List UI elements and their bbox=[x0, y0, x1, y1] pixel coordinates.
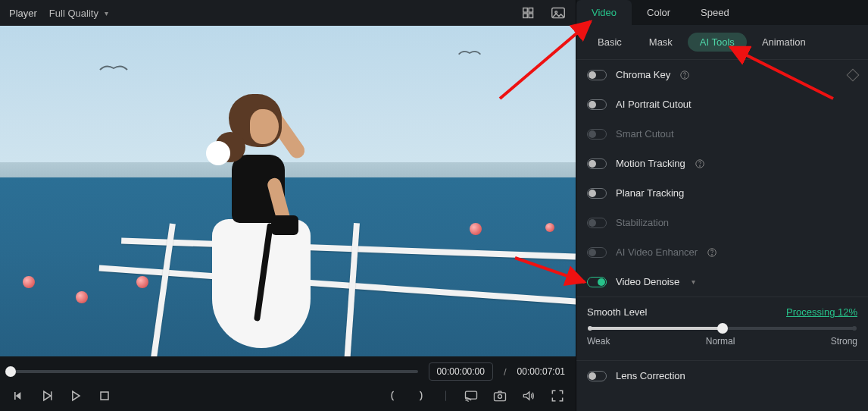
toggle-ai-portrait-cutout[interactable] bbox=[587, 99, 607, 110]
svg-rect-1 bbox=[529, 8, 533, 12]
tool-video-denoise[interactable]: Video Denoise ▾ bbox=[576, 267, 868, 296]
label-ai-portrait-cutout: AI Portrait Cutout bbox=[616, 99, 692, 110]
svg-rect-7 bbox=[445, 391, 446, 400]
player-title: Player bbox=[9, 8, 37, 19]
help-icon[interactable] bbox=[679, 70, 690, 80]
time-current[interactable]: 00:00:00:00 bbox=[429, 362, 493, 381]
prev-frame-icon[interactable] bbox=[11, 388, 26, 403]
svg-point-10 bbox=[498, 394, 502, 398]
tool-stabilization: Stabilization bbox=[576, 208, 868, 237]
player-panel: Player Full Quality ▾ bbox=[0, 0, 576, 411]
snapshot-icon[interactable] bbox=[492, 388, 507, 403]
smooth-strong: Strong bbox=[831, 336, 857, 347]
svg-rect-9 bbox=[495, 393, 506, 401]
smooth-label: Smooth Level bbox=[587, 306, 648, 318]
label-stabilization: Stabilization bbox=[616, 217, 669, 228]
smooth-weak: Weak bbox=[587, 336, 610, 347]
bird-icon bbox=[98, 64, 129, 73]
inspector-top-tabs: Video Color Speed bbox=[576, 0, 868, 25]
tool-motion-tracking[interactable]: Motion Tracking bbox=[576, 149, 868, 178]
tab-video[interactable]: Video bbox=[576, 0, 632, 25]
image-icon[interactable] bbox=[550, 5, 567, 21]
toggle-stabilization bbox=[587, 218, 607, 228]
keyframe-icon[interactable] bbox=[847, 68, 860, 81]
chevron-down-icon[interactable]: ▾ bbox=[692, 278, 695, 286]
subtab-mask[interactable]: Mask bbox=[637, 33, 685, 52]
ai-tools-list: Chroma Key AI Portrait Cutout Smart Cuto… bbox=[576, 60, 868, 411]
chevron-down-icon: ▾ bbox=[105, 9, 108, 17]
tool-planar-tracking[interactable]: Planar Tracking bbox=[576, 178, 868, 208]
label-smart-cutout: Smart Cutout bbox=[616, 128, 674, 140]
time-total: 00:00:07:01 bbox=[517, 366, 565, 377]
toggle-lens-correction[interactable] bbox=[587, 371, 607, 381]
volume-icon[interactable] bbox=[521, 388, 536, 403]
time-separator: / bbox=[504, 366, 507, 378]
label-ai-video-enhancer: AI Video Enhancer bbox=[616, 246, 698, 258]
inspector-sub-tabs: Basic Mask AI Tools Animation bbox=[576, 25, 868, 60]
help-icon bbox=[707, 247, 717, 258]
progress-knob[interactable] bbox=[5, 366, 16, 377]
toggle-motion-tracking[interactable] bbox=[587, 158, 607, 169]
tool-chroma-key[interactable]: Chroma Key bbox=[576, 60, 868, 89]
smooth-slider[interactable] bbox=[590, 327, 854, 330]
tool-ai-video-enhancer: AI Video Enhancer bbox=[576, 237, 868, 267]
svg-point-16 bbox=[712, 254, 713, 255]
mark-out-icon[interactable] bbox=[414, 388, 429, 403]
svg-rect-3 bbox=[529, 14, 533, 17]
label-video-denoise: Video Denoise bbox=[616, 276, 679, 287]
tab-speed[interactable]: Speed bbox=[685, 0, 745, 25]
help-icon[interactable] bbox=[695, 158, 705, 169]
label-planar-tracking: Planar Tracking bbox=[616, 187, 684, 199]
toggle-planar-tracking[interactable] bbox=[587, 188, 607, 199]
player-controls: 00:00:00:00 / 00:00:07:01 bbox=[0, 356, 576, 411]
tool-lens-correction[interactable]: Lens Correction bbox=[576, 360, 868, 391]
quality-dropdown[interactable]: Full Quality ▾ bbox=[49, 8, 108, 19]
processing-link[interactable]: Processing 12% bbox=[786, 306, 857, 318]
smooth-level-block: Smooth Level Processing 12% Weak Normal … bbox=[576, 296, 868, 360]
inspector-panel: Video Color Speed Basic Mask AI Tools An… bbox=[576, 0, 868, 411]
subtab-animation[interactable]: Animation bbox=[750, 33, 818, 52]
fullscreen-icon[interactable] bbox=[550, 388, 565, 403]
subtab-ai-tools[interactable]: AI Tools bbox=[688, 33, 747, 52]
toggle-ai-video-enhancer bbox=[587, 247, 607, 258]
toggle-chroma-key[interactable] bbox=[587, 70, 607, 80]
video-preview[interactable] bbox=[0, 26, 576, 356]
svg-point-14 bbox=[699, 165, 700, 166]
play-icon[interactable] bbox=[68, 388, 83, 403]
compare-grid-icon[interactable] bbox=[521, 5, 538, 21]
cast-icon[interactable] bbox=[464, 388, 479, 403]
stop-icon[interactable] bbox=[97, 388, 112, 403]
smooth-slider-knob[interactable] bbox=[717, 323, 728, 334]
subtab-basic[interactable]: Basic bbox=[585, 33, 634, 52]
svg-rect-2 bbox=[523, 14, 528, 17]
label-lens-correction: Lens Correction bbox=[616, 370, 685, 381]
svg-point-12 bbox=[685, 77, 685, 77]
svg-rect-0 bbox=[523, 8, 528, 12]
quality-label: Full Quality bbox=[49, 8, 98, 19]
progress-slider[interactable] bbox=[11, 370, 418, 373]
tool-ai-portrait-cutout[interactable]: AI Portrait Cutout bbox=[576, 89, 868, 119]
toggle-smart-cutout bbox=[587, 129, 607, 140]
tool-smart-cutout: Smart Cutout bbox=[576, 119, 868, 149]
svg-rect-6 bbox=[101, 392, 108, 400]
divider bbox=[442, 388, 450, 403]
toggle-video-denoise[interactable] bbox=[587, 277, 607, 287]
label-motion-tracking: Motion Tracking bbox=[616, 158, 685, 169]
tab-color[interactable]: Color bbox=[632, 0, 685, 25]
mark-in-icon[interactable] bbox=[385, 388, 400, 403]
label-chroma-key: Chroma Key bbox=[616, 69, 670, 80]
player-top-bar: Player Full Quality ▾ bbox=[0, 0, 576, 26]
play-forward-icon[interactable] bbox=[39, 388, 55, 403]
bird-icon bbox=[457, 49, 482, 57]
smooth-normal: Normal bbox=[706, 336, 735, 347]
